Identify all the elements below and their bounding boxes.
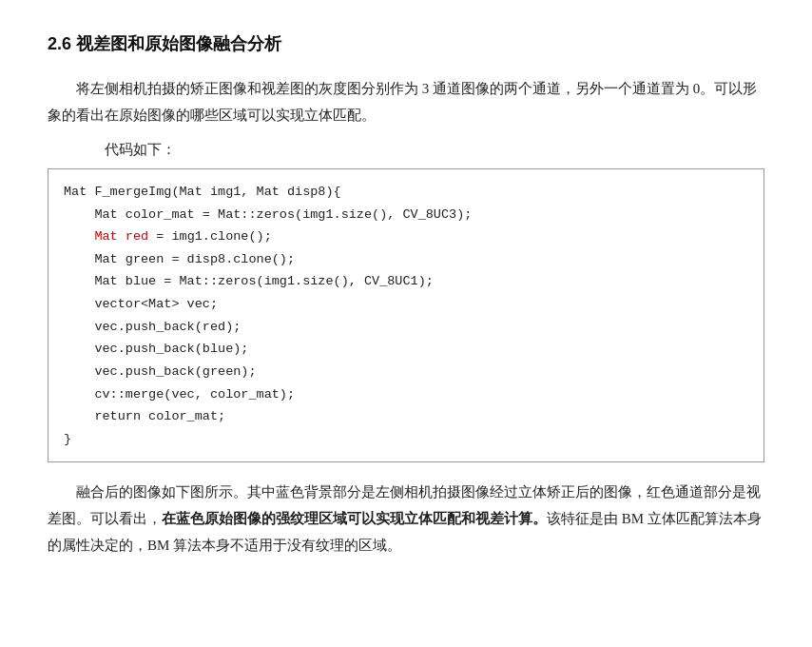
intro-paragraph: 将左侧相机拍摄的矫正图像和视差图的灰度图分别作为 3 通道图像的两个通道，另外一… — [48, 76, 764, 129]
summary-bold: 在蓝色原始图像的强纹理区域可以实现立体匹配和视差计算。 — [162, 511, 547, 526]
code-line-3: Mat red = img1.clone(); — [64, 229, 272, 244]
code-line-2: Mat color_mat = Mat::zeros(img1.size(), … — [64, 207, 472, 222]
code-line-9: vec.push_back(green); — [64, 364, 257, 379]
code-line-5: Mat blue = Mat::zeros(img1.size(), CV_8U… — [64, 274, 434, 288]
code-line-4: Mat green = disp8.clone(); — [64, 252, 295, 266]
section-container: 2.6 视差图和原始图像融合分析 将左侧相机拍摄的矫正图像和视差图的灰度图分别作… — [48, 29, 764, 559]
code-line-7: vec.push_back(red); — [64, 320, 241, 334]
code-line-10: cv::merge(vec, color_mat); — [64, 387, 295, 402]
code-block: Mat F_mergeImg(Mat img1, Mat disp8){ Mat… — [48, 168, 764, 463]
section-title: 2.6 视差图和原始图像融合分析 — [48, 29, 764, 59]
summary-text-1 — [48, 484, 76, 500]
code-highlight-red: Mat red — [94, 229, 148, 244]
code-line-1: Mat F_mergeImg(Mat img1, Mat disp8){ — [64, 185, 341, 199]
code-line-11: return color_mat; — [64, 409, 225, 423]
code-line-3-suffix: = img1.clone(); — [148, 229, 272, 244]
code-line-12: } — [64, 432, 71, 446]
summary-paragraph: 融合后的图像如下图所示。其中蓝色背景部分是左侧相机拍摄图像经过立体矫正后的图像，… — [48, 480, 764, 559]
code-line-6: vector<Mat> vec; — [64, 297, 218, 311]
code-label: 代码如下： — [48, 137, 764, 163]
code-line-8: vec.push_back(blue); — [64, 342, 248, 356]
